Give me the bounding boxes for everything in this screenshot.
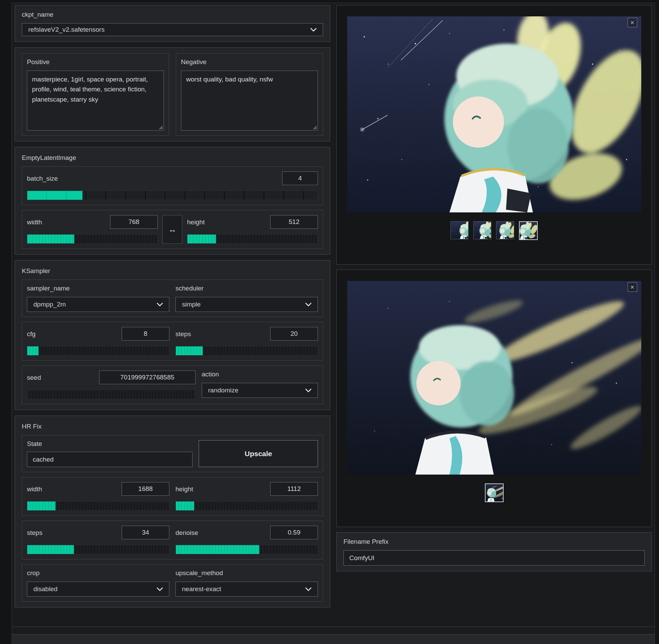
batch-size-input[interactable] bbox=[282, 171, 318, 185]
height-label: height bbox=[187, 218, 205, 226]
close-icon[interactable]: × bbox=[628, 282, 637, 292]
gallery-column: × × Filename Prefix bbox=[336, 5, 652, 613]
hr-height-row: height bbox=[175, 482, 318, 496]
denoise-input[interactable] bbox=[270, 526, 318, 539]
swap-dimensions-button[interactable]: ↔ bbox=[163, 215, 182, 244]
preview-image-1 bbox=[347, 16, 641, 212]
preview-image-2 bbox=[347, 281, 641, 475]
checkpoint-group: ckpt_name refslaveV2_v2.safetensors bbox=[15, 5, 330, 42]
ckpt-name-value: refslaveV2_v2.safetensors bbox=[28, 26, 105, 33]
state-half: State bbox=[27, 440, 193, 467]
filename-prefix-group: Filename Prefix bbox=[336, 532, 652, 571]
close-icon[interactable]: × bbox=[628, 18, 637, 27]
height-input[interactable] bbox=[270, 215, 318, 229]
positive-prompt-input[interactable]: masterpiece, 1girl, space opera, portrai… bbox=[27, 71, 164, 131]
hr-height-slider[interactable] bbox=[175, 501, 318, 511]
negative-prompt-input[interactable]: worst quality, bad quality, nsfw bbox=[181, 71, 318, 131]
hr-steps-input[interactable] bbox=[122, 526, 169, 539]
thumbnail-strip-1 bbox=[337, 221, 652, 240]
steps-label: steps bbox=[175, 330, 191, 338]
crop-label: crop bbox=[27, 569, 169, 577]
thumbnail-selected[interactable] bbox=[519, 221, 538, 240]
filename-prefix-input[interactable] bbox=[343, 550, 645, 566]
width-half: width bbox=[27, 215, 158, 244]
slider-fill bbox=[27, 501, 56, 510]
scheduler-half: scheduler simple bbox=[175, 285, 318, 312]
action-select[interactable]: randomize bbox=[202, 383, 318, 398]
width-slider[interactable] bbox=[27, 234, 158, 244]
steps-slider[interactable] bbox=[175, 346, 318, 356]
steps-row: steps bbox=[175, 327, 318, 341]
cfg-slider[interactable] bbox=[27, 346, 169, 356]
thumbnail-selected[interactable] bbox=[485, 483, 504, 502]
slider-fill bbox=[27, 545, 74, 554]
batch-size-label: batch_size bbox=[27, 174, 58, 182]
state-upscale-box: State Upscale bbox=[22, 435, 323, 472]
dimensions-box: width ↔ height bbox=[22, 210, 323, 249]
hr-width-input[interactable] bbox=[122, 482, 169, 496]
seed-input[interactable] bbox=[99, 371, 196, 384]
width-input[interactable] bbox=[110, 215, 158, 229]
swap-icon: ↔ bbox=[168, 225, 177, 234]
hr-height-half: height bbox=[175, 482, 318, 511]
seed-row: seed bbox=[27, 371, 196, 384]
denoise-label: denoise bbox=[175, 528, 198, 537]
empty-latent-title: EmptyLatentImage bbox=[22, 154, 323, 162]
steps-input[interactable] bbox=[270, 327, 318, 341]
chevron-down-icon bbox=[305, 303, 311, 306]
positive-label: Positive bbox=[27, 58, 164, 66]
positive-prompt-box: Positive masterpiece, 1girl, space opera… bbox=[22, 53, 169, 136]
hr-width-slider[interactable] bbox=[27, 501, 169, 511]
thumbnail-image bbox=[474, 222, 491, 239]
negative-label: Negative bbox=[181, 58, 318, 66]
main-window: ckpt_name refslaveV2_v2.safetensors Posi… bbox=[12, 3, 655, 644]
sampler-name-half: sampler_name dpmpp_2m bbox=[27, 285, 169, 312]
width-row: width bbox=[27, 215, 158, 229]
ksampler-title: KSampler bbox=[22, 267, 323, 275]
cfg-half: cfg bbox=[27, 327, 169, 356]
hr-height-input[interactable] bbox=[270, 482, 318, 496]
crop-select[interactable]: disabled bbox=[27, 582, 169, 597]
cfg-label: cfg bbox=[27, 330, 35, 338]
cfg-input[interactable] bbox=[122, 327, 169, 341]
state-input[interactable] bbox=[27, 452, 193, 467]
thumbnail[interactable] bbox=[450, 221, 469, 239]
chevron-down-icon bbox=[157, 587, 163, 591]
collapsed-panel-bar bbox=[12, 627, 655, 634]
denoise-slider[interactable] bbox=[175, 545, 318, 554]
upscale-button[interactable]: Upscale bbox=[199, 440, 318, 467]
scheduler-select[interactable]: simple bbox=[175, 297, 318, 312]
thumbnail-image bbox=[451, 222, 468, 239]
sampler-name-value: dpmpp_2m bbox=[33, 301, 66, 308]
thumbnail-image bbox=[496, 222, 514, 239]
hrfix-group: HR Fix State Upscale width bbox=[15, 416, 330, 608]
height-slider[interactable] bbox=[187, 234, 318, 244]
upscale-method-half: upscale_method nearest-exact bbox=[175, 569, 318, 597]
upscale-method-select[interactable]: nearest-exact bbox=[175, 582, 318, 597]
batch-size-slider[interactable] bbox=[27, 191, 318, 200]
ckpt-name-select[interactable]: refslaveV2_v2.safetensors bbox=[22, 23, 323, 36]
crop-upscale-method-box: crop disabled upscale_method nearest-exa… bbox=[22, 564, 323, 602]
thumbnail-strip-2 bbox=[337, 483, 652, 502]
chevron-down-icon bbox=[305, 587, 311, 591]
height-half: height bbox=[187, 215, 318, 244]
resize-handle-icon[interactable] bbox=[158, 125, 163, 130]
batch-size-box: batch_size bbox=[22, 166, 323, 205]
hr-steps-slider[interactable] bbox=[27, 545, 169, 554]
action-label: action bbox=[202, 371, 318, 378]
sampler-name-select[interactable]: dpmpp_2m bbox=[27, 297, 169, 312]
seed-slider[interactable] bbox=[27, 390, 196, 399]
sampler-name-label: sampler_name bbox=[27, 285, 169, 292]
slider-fill bbox=[187, 235, 216, 243]
thumbnail[interactable] bbox=[496, 221, 514, 239]
resize-handle-icon[interactable] bbox=[312, 125, 317, 130]
hr-width-row: width bbox=[27, 482, 169, 496]
ckpt-name-label: ckpt_name bbox=[22, 11, 323, 18]
hr-height-label: height bbox=[175, 485, 193, 493]
chevron-down-icon bbox=[157, 303, 163, 306]
seed-label: seed bbox=[27, 373, 41, 381]
hr-steps-denoise-box: steps denoise bbox=[22, 521, 323, 559]
thumbnail[interactable] bbox=[473, 221, 491, 239]
slider-fill bbox=[176, 545, 259, 554]
action-half: action randomize bbox=[202, 371, 318, 399]
